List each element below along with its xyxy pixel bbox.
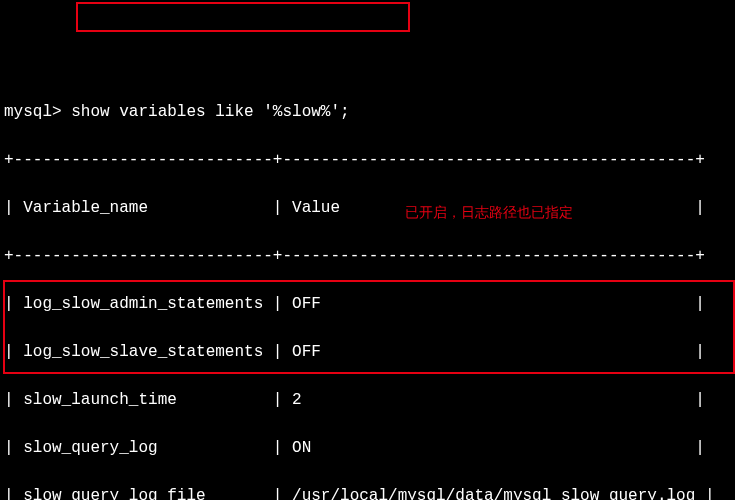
table-header-row: | Variable_name | Value | [4,196,731,220]
annotation-text: 已开启，日志路径也已指定 [405,202,573,223]
highlight-command-box [76,2,410,32]
table-row: | slow_query_log_file | /usr/local/mysql… [4,484,731,500]
table-row: | slow_query_log | ON | [4,436,731,460]
command-text: show variables like '%slow%'; [62,103,350,121]
table-row: | log_slow_slave_statements | OFF | [4,340,731,364]
table-separator-mid: +---------------------------+-----------… [4,244,731,268]
table-separator-top: +---------------------------+-----------… [4,148,731,172]
table-row: | log_slow_admin_statements | OFF | [4,292,731,316]
table-row: | slow_launch_time | 2 | [4,388,731,412]
mysql-prompt: mysql> [4,103,62,121]
prompt-line[interactable]: mysql> show variables like '%slow%'; [4,100,731,124]
